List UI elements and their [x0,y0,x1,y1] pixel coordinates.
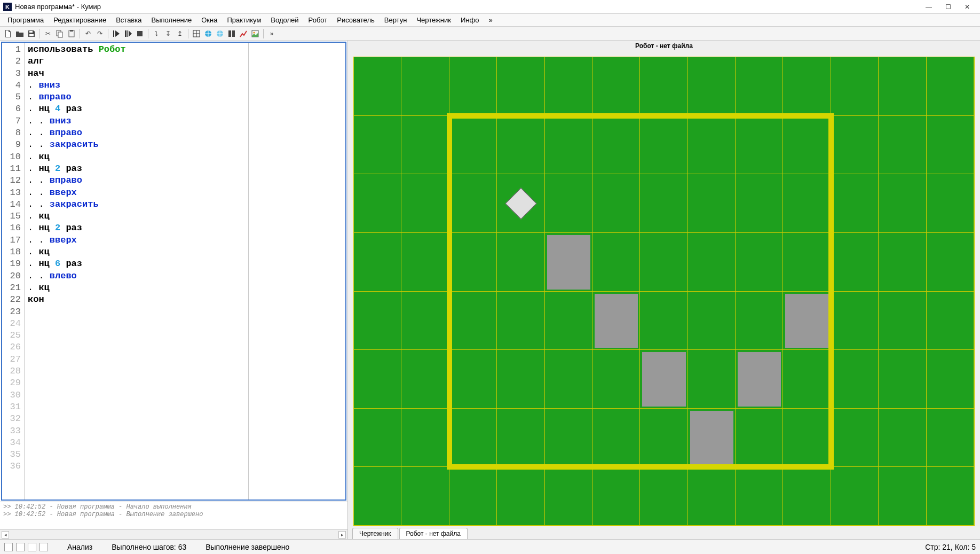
grid-cell [545,292,592,350]
code-line-20[interactable]: . . влево [28,270,246,282]
robot-field[interactable] [353,57,975,526]
new-file-icon[interactable] [2,28,14,40]
globe2-icon[interactable] [214,28,226,40]
horizontal-scrollbar[interactable]: ◂ ▸ [0,529,347,539]
code-line-14[interactable]: . . закрасить [28,199,246,210]
scroll-right-icon[interactable]: ▸ [338,531,346,539]
code-line-13[interactable]: . . вверх [28,187,246,199]
tab-1[interactable]: Робот - нет файла [399,528,468,539]
grid-cell [831,292,879,350]
code-line-6[interactable]: . нц 4 раз [28,103,246,115]
menu-7[interactable]: Робот [304,14,332,26]
panel-icon[interactable] [226,28,238,40]
svg-rect-16 [232,30,235,37]
picture-icon[interactable] [249,28,261,40]
debug-pane [248,43,345,500]
stop-icon[interactable] [134,28,146,40]
grid-cell [927,467,974,526]
toolbar: ✂ ↶ ↷ ⤵ ↧ ↥ » [0,27,980,41]
minimize-button[interactable]: — [919,2,938,12]
grid-cell [879,292,926,350]
grid-cell [879,233,926,292]
grid-cell [545,409,592,467]
code-line-9[interactable]: . . закрасить [28,139,246,151]
grid-cell [545,350,592,409]
grid-cell [783,57,831,116]
code-line-5[interactable]: . вправо [28,91,246,103]
code-body[interactable]: использовать Роботалгнач. вниз. вправо. … [25,43,248,500]
painted-cell [785,294,828,348]
code-line-2[interactable]: алг [28,56,246,67]
code-line-10[interactable]: . кц [28,151,246,163]
copy-icon[interactable] [54,28,66,40]
menu-10[interactable]: Чертежник [412,14,455,26]
code-line-12[interactable]: . . вправо [28,175,246,186]
menu-3[interactable]: Выполнение [147,14,196,26]
grid-cell [497,233,544,292]
cut-icon[interactable]: ✂ [42,28,54,40]
menu-12[interactable]: » [484,14,496,26]
redo-icon[interactable]: ↷ [94,28,106,40]
grid-cell [640,116,687,175]
menu-9[interactable]: Вертун [380,14,412,26]
grid-cell [401,409,449,467]
status-icon-3[interactable] [28,543,36,551]
menu-8[interactable]: Рисователь [333,14,378,26]
run-icon[interactable] [110,28,122,40]
tab-0[interactable]: Чертежник [352,528,398,539]
code-line-19[interactable]: . нц 6 раз [28,258,246,270]
close-button[interactable]: ✕ [958,2,977,12]
svg-rect-1 [29,34,34,36]
grid-cell [497,350,544,409]
undo-icon[interactable]: ↶ [82,28,94,40]
status-icon-4[interactable] [39,543,48,551]
menu-1[interactable]: Редактирование [49,14,110,26]
menu-0[interactable]: Программа [3,14,48,26]
grid-cell [401,233,449,292]
status-icon-1[interactable] [4,543,13,551]
menu-4[interactable]: Окна [197,14,222,26]
status-icon-2[interactable] [16,543,25,551]
step-over-icon[interactable]: ⤵ [151,28,162,40]
code-line-15[interactable]: . кц [28,210,246,222]
save-file-icon[interactable] [26,28,37,40]
grid-cell [640,292,687,350]
code-editor[interactable]: 1234567891011121314151617181920212223242… [1,42,346,501]
menu-5[interactable]: Практикум [223,14,265,26]
code-line-21[interactable]: . кц [28,282,246,294]
paste-icon[interactable] [66,28,77,40]
grid-cell [831,233,879,292]
code-line-11[interactable]: . нц 2 раз [28,163,246,175]
menu-11[interactable]: Инфо [456,14,483,26]
open-file-icon[interactable] [14,28,26,40]
globe1-icon[interactable] [202,28,214,40]
code-line-17[interactable]: . . вверх [28,235,246,246]
grid-cell [831,409,879,467]
scroll-left-icon[interactable]: ◂ [2,531,9,539]
grid-cell [592,116,640,175]
grid-cell [688,292,736,350]
code-line-16[interactable]: . нц 2 раз [28,222,246,234]
toggle-grid-icon[interactable] [191,28,202,40]
maximize-button[interactable]: ☐ [938,2,958,12]
step-into-icon[interactable]: ↧ [162,28,174,40]
svg-rect-9 [137,31,143,36]
menu-6[interactable]: Водолей [266,14,303,26]
code-line-4[interactable]: . вниз [28,80,246,91]
code-line-3[interactable]: нач [28,68,246,80]
code-line-1[interactable]: использовать Робот [28,44,246,56]
code-line-18[interactable]: . кц [28,246,246,258]
grid-cell [401,350,449,409]
code-line-23[interactable] [28,306,246,318]
run-step-icon[interactable] [122,28,134,40]
code-line-8[interactable]: . . вправо [28,127,246,139]
chart-icon[interactable] [238,28,249,40]
grid-cell [497,292,544,350]
grid-cell [401,116,449,175]
toolbar-more-icon[interactable]: » [266,28,278,40]
step-out-icon[interactable]: ↥ [174,28,186,40]
menu-2[interactable]: Вставка [112,14,146,26]
grid-cell [879,467,926,526]
code-line-22[interactable]: кон [28,294,246,306]
code-line-7[interactable]: . . вниз [28,115,246,127]
